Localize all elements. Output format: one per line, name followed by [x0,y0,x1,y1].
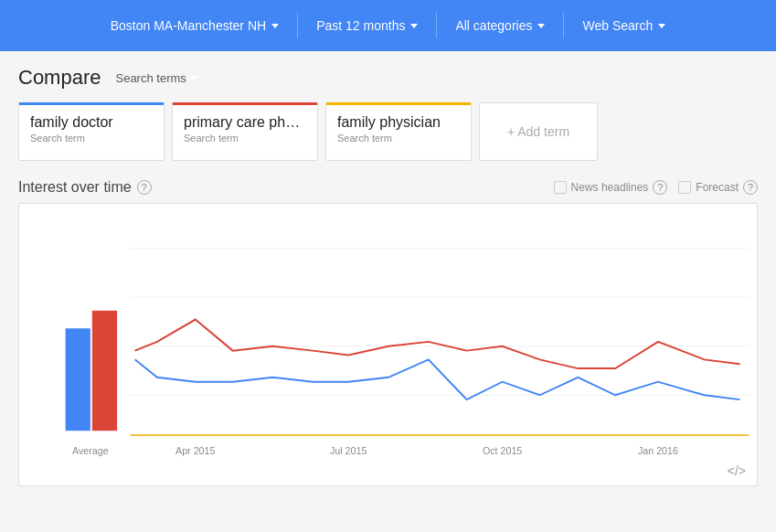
x-label-average: Average [72,446,109,457]
search-type-label: Web Search [582,18,653,33]
timeframe-label: Past 12 months [316,18,405,33]
term-name-primary-care: primary care phys.. [184,114,306,131]
news-headlines-checkbox[interactable] [554,181,567,194]
blue-line [135,359,740,399]
location-chevron-icon [271,24,279,28]
compare-title: Compare [18,66,101,90]
chart-container: Average Apr 2015 Jul 2015 Oct 2015 Jan 2… [18,203,758,486]
forecast-control[interactable]: Forecast ? [678,180,758,195]
timeframe-chevron-icon [410,24,418,28]
x-label-jul2015: Jul 2015 [330,446,367,457]
nav-separator-2 [436,13,437,38]
term-name-family-doctor: family doctor [30,114,153,131]
nav-separator-3 [563,13,564,38]
red-line [135,320,740,369]
forecast-label: Forecast [696,181,739,194]
section-title: Interest over time [18,179,132,196]
news-headlines-control[interactable]: News headlines ? [554,180,668,195]
term-card-family-physician[interactable]: family physician Search term [325,102,472,161]
forecast-help-icon[interactable]: ? [743,180,758,195]
interest-help-icon[interactable]: ? [137,180,152,195]
timeframe-dropdown[interactable]: Past 12 months [305,13,429,38]
terms-row: family doctor Search term primary care p… [18,102,758,161]
interest-chart: Average Apr 2015 Jul 2015 Oct 2015 Jan 2… [19,204,757,480]
forecast-checkbox[interactable] [678,181,691,194]
x-label-apr2015: Apr 2015 [175,446,215,457]
avg-bar-red [92,311,117,431]
category-chevron-icon [537,24,545,28]
embed-icon[interactable]: </> [728,463,746,478]
add-term-label: + Add term [507,124,569,139]
top-nav: Boston MA-Manchester NH Past 12 months A… [0,0,776,51]
search-terms-button[interactable]: Search terms [110,69,202,88]
location-label: Boston MA-Manchester NH [111,18,266,33]
search-terms-label: Search terms [115,71,186,85]
compare-row: Compare Search terms [18,66,758,90]
nav-separator-1 [297,13,298,38]
add-term-button[interactable]: + Add term [479,102,598,161]
term-sub-primary-care: Search term [184,133,306,144]
news-headlines-help-icon[interactable]: ? [653,180,667,195]
search-type-dropdown[interactable]: Web Search [571,13,676,38]
news-headlines-label: News headlines [571,181,649,194]
section-title-row: Interest over time ? [18,179,152,196]
x-label-oct2015: Oct 2015 [483,446,522,457]
section-header: Interest over time ? News headlines ? Fo… [18,179,758,196]
term-name-family-physician: family physician [337,114,460,131]
main-content: Compare Search terms family doctor Searc… [0,51,776,486]
section-controls: News headlines ? Forecast ? [554,180,758,195]
category-dropdown[interactable]: All categories [444,13,556,38]
term-sub-family-doctor: Search term [30,133,153,144]
term-card-primary-care[interactable]: primary care phys.. Search term [172,102,318,161]
avg-bar-blue [66,328,90,431]
location-dropdown[interactable]: Boston MA-Manchester NH [100,13,290,38]
term-sub-family-physician: Search term [337,133,460,144]
term-card-family-doctor[interactable]: family doctor Search term [18,102,165,161]
x-label-jan2016: Jan 2016 [638,446,678,457]
search-terms-chevron-icon [190,76,197,80]
category-label: All categories [455,18,532,33]
search-type-chevron-icon [658,24,665,28]
